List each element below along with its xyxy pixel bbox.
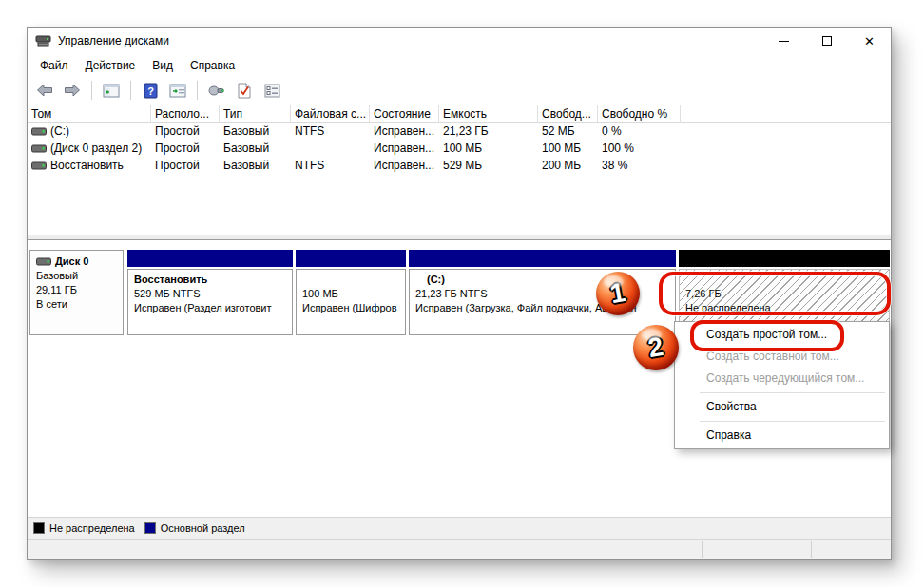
table-row[interactable]: (C:) Простой Базовый NTFS Исправен... 21… [28, 123, 891, 140]
app-icon [35, 34, 52, 47]
volume-name: (C:) [50, 124, 69, 138]
statusbar-separator [811, 541, 812, 558]
disk-size: 29,11 ГБ [36, 283, 117, 297]
cell-free: 100 МБ [538, 141, 598, 156]
column-header-type[interactable]: Тип [220, 105, 291, 123]
menu-separator [700, 421, 885, 422]
column-header-free[interactable]: Свобод... [538, 105, 598, 123]
splitter-handle[interactable] [28, 234, 891, 240]
cell-status: Исправен... [370, 123, 439, 139]
volume-list-header: Том Располо... Тип Файловая с... Состоян… [28, 105, 891, 123]
disk-status: В сети [36, 297, 117, 312]
cell-fs: NTFS [291, 123, 370, 139]
disk-icon [36, 257, 51, 266]
title-bar: Управление дисками ✕ [28, 28, 891, 54]
menu-separator [700, 392, 885, 393]
table-row[interactable]: (Диск 0 раздел 2) Простой Базовый Исправ… [28, 140, 891, 157]
table-row[interactable]: Восстановить Простой Базовый NTFS Исправ… [28, 157, 891, 174]
partition-efi[interactable]: 100 МБ Исправен (Шифров [296, 250, 406, 335]
cell-free: 200 МБ [538, 158, 598, 173]
volume-icon [31, 144, 47, 153]
callout-step-2: 2 [633, 325, 679, 370]
volume-icon [31, 127, 47, 136]
partition-status: Исправен (Шифров [302, 301, 399, 315]
forward-icon[interactable] [61, 80, 84, 101]
legend-unallocated: Не распределена [33, 522, 135, 534]
column-header-free-pct[interactable]: Свободно % [598, 105, 681, 123]
toolbar-separator [130, 81, 131, 100]
disk-type: Базовый [36, 269, 117, 283]
console-tree-icon[interactable] [100, 80, 123, 101]
column-header-filesystem[interactable]: Файловая с... [291, 105, 370, 123]
legend-swatch-unallocated [33, 522, 45, 534]
disk-name: Диск 0 [55, 255, 88, 269]
column-header-volume[interactable]: Том [28, 105, 151, 123]
cell-capacity: 529 МБ [439, 158, 538, 173]
partition-recovery[interactable]: Восстановить 529 МБ NTFS Исправен (Разде… [127, 250, 293, 335]
minimize-button[interactable] [762, 28, 805, 54]
action-pane-icon[interactable] [166, 80, 189, 101]
menu-view[interactable]: Вид [144, 56, 182, 75]
cell-fs: NTFS [291, 158, 370, 173]
minimize-icon [779, 41, 789, 42]
maximize-icon [822, 36, 832, 46]
column-header-layout[interactable]: Располо... [151, 105, 220, 123]
partition-color-bar [296, 250, 406, 267]
menu-file[interactable]: Файл [31, 56, 77, 75]
highlight-box-create-simple-volume [690, 320, 844, 351]
partition-name: Восстановить [134, 273, 286, 287]
callout-number: 2 [646, 331, 666, 364]
column-header-capacity[interactable]: Емкость [439, 105, 538, 123]
disk0-label-box[interactable]: Диск 0 Базовый 29,11 ГБ В сети [29, 250, 124, 335]
legend-bar: Не распределена Основной раздел [28, 517, 891, 539]
legend-label: Основной раздел [161, 522, 245, 534]
maximize-button[interactable] [805, 28, 848, 54]
cell-free: 52 МБ [538, 123, 598, 139]
toolbar: ? [28, 77, 891, 104]
callout-step-1: 1 [596, 272, 640, 315]
partition-name [302, 273, 399, 287]
cell-type: Базовый [220, 123, 291, 139]
menu-item-help[interactable]: Справка [675, 425, 889, 446]
cell-layout: Простой [151, 158, 220, 173]
window-title: Управление дисками [58, 34, 169, 47]
status-bar [28, 539, 891, 559]
cell-capacity: 100 МБ [439, 141, 538, 156]
close-button[interactable]: ✕ [848, 28, 891, 54]
column-header-status[interactable]: Состояние [370, 105, 439, 123]
menu-help[interactable]: Справка [182, 56, 243, 75]
callout-number: 1 [608, 277, 628, 310]
volume-name: (Диск 0 раздел 2) [50, 142, 142, 155]
volume-name: Восстановить [50, 159, 124, 172]
highlight-box-unallocated [659, 272, 891, 315]
check-document-icon[interactable] [233, 80, 256, 101]
properties-list-icon[interactable] [260, 80, 283, 101]
partition-color-bar [679, 250, 890, 267]
menu-item-properties[interactable]: Свойства [675, 396, 889, 418]
menu-action[interactable]: Действие [77, 56, 144, 75]
statusbar-separator [702, 541, 703, 558]
svg-text:?: ? [147, 85, 154, 96]
partition-size: 529 МБ NTFS [134, 287, 286, 301]
menu-item-create-striped-volume: Создать чередующийся том... [675, 368, 889, 389]
cell-layout: Простой [151, 141, 220, 156]
legend-swatch-primary [144, 522, 156, 534]
partition-status: Исправен (Раздел изготовит [134, 301, 286, 315]
help-icon[interactable]: ? [139, 80, 162, 101]
refresh-icon[interactable] [205, 80, 228, 101]
menu-bar: Файл Действие Вид Справка [28, 54, 891, 77]
partition-size: 100 МБ [302, 287, 399, 301]
back-icon[interactable] [33, 80, 56, 101]
cell-fs [291, 147, 370, 149]
toolbar-separator [197, 81, 198, 100]
cell-free-pct: 0 % [598, 123, 681, 139]
cell-free-pct: 38 % [598, 158, 681, 173]
partition-color-bar [127, 250, 293, 267]
volume-list: Том Располо... Тип Файловая с... Состоян… [28, 105, 891, 234]
cell-free-pct: 100 % [598, 141, 681, 156]
cell-type: Базовый [220, 141, 291, 156]
cell-status: Исправен... [370, 141, 439, 156]
disk-management-window: Управление дисками ✕ Файл Действие Вид С… [27, 27, 892, 560]
cell-capacity: 21,23 ГБ [439, 123, 538, 139]
cell-type: Базовый [220, 158, 291, 173]
